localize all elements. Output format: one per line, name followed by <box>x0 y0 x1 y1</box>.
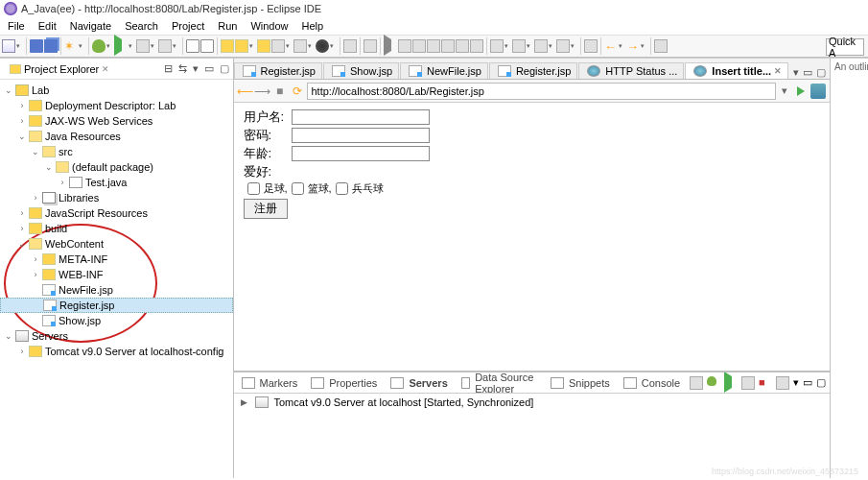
tree-item[interactable]: ›Libraries <box>0 190 233 205</box>
menu-navigate[interactable]: Navigate <box>64 20 117 32</box>
collapse-icon[interactable]: ⌄ <box>17 132 27 141</box>
menu-window[interactable]: Window <box>245 20 293 32</box>
tree-item[interactable]: ›Tomcat v9.0 Server at localhost-config <box>0 344 233 359</box>
open-task-icon[interactable] <box>235 39 248 53</box>
misc-icon[interactable] <box>654 39 668 53</box>
expand-icon[interactable]: › <box>17 347 27 356</box>
tree-item[interactable]: ⌄Servers <box>0 328 233 344</box>
nav3-icon[interactable] <box>534 39 548 53</box>
quick-access[interactable]: Quick A <box>826 38 864 56</box>
servers-publish-icon[interactable] <box>690 376 703 390</box>
tree-item[interactable]: ›Test.java <box>0 175 233 190</box>
menu-help[interactable]: Help <box>296 20 330 32</box>
tree-item[interactable]: Register.jsp <box>0 298 233 313</box>
bottom-tab-snippets[interactable]: Snippets <box>543 375 616 391</box>
minimize-icon[interactable]: ▭ <box>204 62 214 75</box>
checkbox-basketball[interactable] <box>292 182 304 195</box>
servers-debug-icon[interactable] <box>707 376 720 390</box>
pin-icon[interactable] <box>584 39 598 53</box>
menu-run[interactable]: Run <box>212 20 243 32</box>
url-field[interactable]: http://localhost:8080/Lab/Register.jsp <box>307 83 777 100</box>
search-icon[interactable] <box>293 39 307 53</box>
tree-item[interactable]: ›build <box>0 221 233 236</box>
servers-sync-icon[interactable] <box>776 376 789 390</box>
tree-item[interactable]: NewFile.jsp <box>0 282 233 298</box>
nav2-icon[interactable] <box>512 39 526 53</box>
close-icon[interactable]: ✕ <box>774 66 782 76</box>
submit-button[interactable]: 注册 <box>244 199 288 219</box>
nav1-icon[interactable] <box>490 39 504 53</box>
wand-icon[interactable] <box>271 39 285 53</box>
save-all-icon[interactable] <box>44 39 58 53</box>
menu-edit[interactable]: Edit <box>33 20 62 32</box>
maximize-icon[interactable]: ▢ <box>816 376 826 390</box>
bottom-tab-servers[interactable]: Servers <box>383 375 453 391</box>
collapse-icon[interactable]: ⌄ <box>4 331 13 341</box>
expand-icon[interactable]: › <box>31 254 40 264</box>
menu-search[interactable]: Search <box>119 20 164 32</box>
expand-icon[interactable]: › <box>58 178 67 187</box>
step-out-icon[interactable] <box>470 39 483 53</box>
editor-tab[interactable]: NewFile.jsp <box>400 62 488 79</box>
browser-stop-icon[interactable]: ■ <box>272 84 288 99</box>
project-explorer-tab[interactable]: Project Explorer ✕ <box>4 62 115 76</box>
bottom-tab-markers[interactable]: Markers <box>234 375 304 391</box>
editor-tab[interactable]: Register.jsp <box>489 62 577 79</box>
checkbox-pingpong[interactable] <box>336 182 348 195</box>
servers-start-icon[interactable] <box>724 376 738 390</box>
new-server-icon[interactable] <box>186 39 199 53</box>
checkbox-football[interactable] <box>247 182 260 195</box>
username-input[interactable] <box>292 109 430 125</box>
browser-refresh-icon[interactable]: ⟳ <box>290 84 305 99</box>
maximize-icon[interactable]: ▢ <box>816 66 826 79</box>
menu-file[interactable]: File <box>2 20 31 32</box>
close-icon[interactable]: ✕ <box>102 64 109 74</box>
toggle-icon[interactable] <box>343 39 357 53</box>
ext-tools-icon[interactable] <box>316 39 329 53</box>
editor-tab[interactable]: Show.jsp <box>323 62 399 79</box>
menu-project[interactable]: Project <box>166 20 210 32</box>
debug-icon[interactable] <box>92 39 106 53</box>
project-tree[interactable]: ⌄Lab›Deployment Descriptor: Lab›JAX-WS W… <box>0 80 233 478</box>
tab-list-icon[interactable]: ▾ <box>793 66 799 79</box>
minimize-icon[interactable]: ▭ <box>803 66 812 79</box>
browser-forward-icon[interactable]: ⟶ <box>255 84 270 99</box>
expand-icon[interactable]: › <box>31 270 40 279</box>
tree-item[interactable]: ›JavaScript Resources <box>0 205 233 221</box>
server-row[interactable]: ▶ Tomcat v9.0 Server at localhost [Start… <box>240 396 825 408</box>
collapse-icon[interactable]: ⌄ <box>4 85 13 95</box>
tree-item[interactable]: Show.jsp <box>0 313 233 328</box>
run-last-icon[interactable] <box>158 39 172 53</box>
tree-item[interactable]: ⌄Lab <box>0 83 233 98</box>
tree-item[interactable]: ›WEB-INF <box>0 267 233 282</box>
bottom-tab-properties[interactable]: Properties <box>303 375 383 391</box>
open-type-icon[interactable] <box>221 39 234 53</box>
editor-tab[interactable]: HTTP Status ... <box>578 62 684 79</box>
new-dynamic-icon[interactable] <box>200 39 214 53</box>
step-icon[interactable] <box>427 39 440 53</box>
tree-item[interactable]: ›JAX-WS Web Services <box>0 113 233 129</box>
browser-settings-icon[interactable] <box>810 84 826 99</box>
view-menu-icon[interactable]: ▾ <box>193 62 199 75</box>
expand-icon[interactable]: › <box>17 208 27 218</box>
expand-icon[interactable]: › <box>17 101 27 110</box>
expand-icon[interactable]: › <box>17 224 27 233</box>
editor-tab[interactable]: Register.jsp <box>234 62 322 79</box>
new-icon[interactable] <box>2 39 15 53</box>
tree-item[interactable]: ⌄Java Resources <box>0 129 233 144</box>
maximize-icon[interactable]: ▢ <box>220 62 229 75</box>
collapse-icon[interactable]: ⌄ <box>31 147 40 156</box>
tree-item[interactable]: ›META-INF <box>0 252 233 267</box>
tree-item[interactable]: ⌄(default package) <box>0 159 233 175</box>
annotation-icon[interactable]: ✶ <box>64 39 78 53</box>
pause-icon[interactable] <box>398 39 411 53</box>
minimize-icon[interactable]: ▭ <box>803 376 812 390</box>
password-input[interactable] <box>292 128 430 143</box>
url-dropdown-icon[interactable]: ▾ <box>778 84 791 97</box>
link-editor-icon[interactable]: ⇆ <box>178 62 187 75</box>
save-icon[interactable] <box>30 39 43 53</box>
coverage-icon[interactable] <box>136 39 150 53</box>
nav4-icon[interactable] <box>556 39 570 53</box>
gen1-icon[interactable] <box>364 39 377 53</box>
stop-icon[interactable] <box>412 39 426 53</box>
